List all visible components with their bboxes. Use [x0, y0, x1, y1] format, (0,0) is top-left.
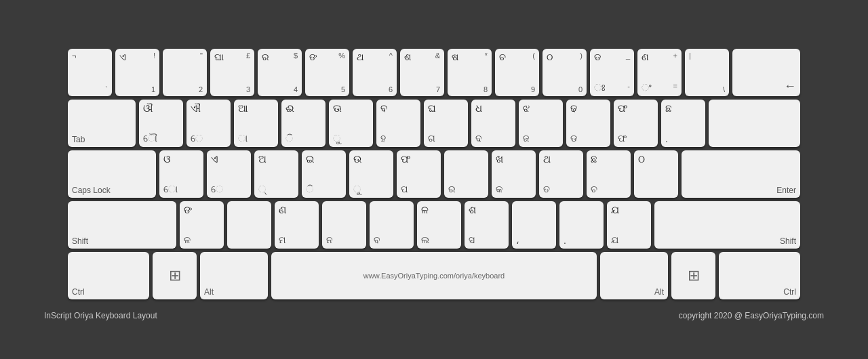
key-equals[interactable]: ଣ + ଂ = [637, 49, 682, 96]
key-space[interactable]: www.EasyOriyaTyping.com/oriya/keyboard [271, 252, 597, 299]
footer: InScript Oriya Keyboard Layout copyright… [44, 311, 824, 320]
key-m[interactable]: ଶ ସ [465, 201, 509, 249]
key-semicolon[interactable]: ଛ ଚ [587, 150, 631, 198]
key-bracket-l[interactable]: ଫ ଫ [614, 100, 658, 147]
key-ctrl-right[interactable]: Ctrl [719, 252, 800, 299]
key-o[interactable]: ଝ ଜ [519, 100, 563, 147]
keyboard: ¬ ` ଏ ! 1 " [58, 39, 810, 310]
key-u[interactable]: ଘ ଗ [424, 100, 468, 147]
key-tab[interactable]: Tab [68, 100, 136, 147]
keyboard-row-4: Shift ଙ ଳ ଣ ମ ନ [68, 201, 800, 249]
key-enter-main[interactable]: Enter [682, 150, 800, 198]
keyboard-row-5: Ctrl ⊞ Alt www.EasyOriyaTyping.com/oriya… [68, 252, 800, 299]
footer-right: copyright 2020 @ EasyOriyaTyping.com [679, 311, 824, 320]
key-d[interactable]: ଅ ୍ [254, 150, 298, 198]
key-x[interactable] [227, 201, 271, 249]
key-5[interactable]: ଙ % 5 [305, 49, 349, 96]
key-2[interactable]: " 2 [163, 49, 207, 96]
key-h[interactable]: ଫ ପ [397, 150, 441, 198]
key-8[interactable]: ଷ * 8 [448, 49, 492, 96]
key-c[interactable]: ଣ ମ [275, 201, 319, 249]
key-n[interactable]: ଳ ଲ [417, 201, 461, 249]
key-backspace[interactable]: ← [732, 49, 800, 96]
key-4[interactable]: ର $ 4 [258, 49, 302, 96]
caps-lock-label: Caps Lock [72, 186, 111, 195]
keyboard-row-1: ¬ ` ଏ ! 1 " [68, 49, 800, 96]
key-a[interactable]: ଓ ୋ [159, 150, 203, 198]
key-win-right[interactable]: ⊞ [671, 252, 715, 299]
footer-left: InScript Oriya Keyboard Layout [44, 311, 157, 320]
key-0[interactable]: ଠ ) 0 [542, 49, 587, 96]
key-6[interactable]: ଥ ^ 6 [353, 49, 397, 96]
key-shift-right[interactable]: Shift [654, 201, 800, 249]
key-alt-right[interactable]: Alt [600, 252, 668, 299]
key-slash[interactable]: ଯ ଯ [607, 201, 651, 249]
key-s[interactable]: ଏ େ [207, 150, 251, 198]
key-z[interactable]: ଙ ଳ [180, 201, 224, 249]
key-w[interactable]: ଐ େ [186, 100, 231, 147]
key-1[interactable]: ଏ ! 1 [115, 49, 159, 96]
key-quote[interactable]: ଠ [634, 150, 678, 198]
key-v[interactable]: ନ [322, 201, 366, 249]
key-9[interactable]: ଚ ( 9 [495, 49, 539, 96]
key-backslash[interactable]: | \ [685, 49, 729, 96]
key-i[interactable]: ଧ ଦ [471, 100, 515, 147]
key-y[interactable]: ବ ହ [376, 100, 420, 147]
key-bracket-r[interactable]: ଛ . [661, 100, 705, 147]
key-minus[interactable]: ଡ _ ଃ - [590, 49, 634, 96]
key-win-left[interactable]: ⊞ [153, 252, 197, 299]
key-f[interactable]: ଇ ି [302, 150, 346, 198]
key-caps-lock[interactable]: Caps Lock [68, 150, 156, 198]
key-enter[interactable] [709, 100, 800, 147]
key-l[interactable]: ଥ ତ [539, 150, 583, 198]
key-k[interactable]: ଖ କ [492, 150, 536, 198]
key-r[interactable]: ଈ ି [281, 100, 326, 147]
key-ctrl-left[interactable]: Ctrl [68, 252, 149, 299]
key-backtick[interactable]: ¬ ` [68, 49, 112, 96]
key-period[interactable]: . [559, 201, 604, 249]
key-t[interactable]: ଊ ୁ [329, 100, 373, 147]
key-3[interactable]: ଘା £ 3 [210, 49, 254, 96]
key-e[interactable]: ଆ ା [234, 100, 278, 147]
key-p[interactable]: ଢ ଡ [566, 100, 610, 147]
key-j[interactable]: ର [444, 150, 488, 198]
key-comma[interactable]: ، [512, 201, 556, 249]
key-alt-left[interactable]: Alt [200, 252, 268, 299]
key-7[interactable]: ଶ & 7 [400, 49, 444, 96]
key-b[interactable]: ବ [370, 201, 414, 249]
key-shift-left[interactable]: Shift [68, 201, 176, 249]
key-g[interactable]: ଉ ୁ [349, 150, 393, 198]
key-q[interactable]: ଔ ୌ [139, 100, 183, 147]
keyboard-row-2: Tab ଔ ୌ ଐ େ ଆ ା ଈ ି ଊ [68, 100, 800, 147]
keyboard-row-3: Caps Lock ଓ ୋ ଏ େ ଅ ୍ ଇ ି [68, 150, 800, 198]
